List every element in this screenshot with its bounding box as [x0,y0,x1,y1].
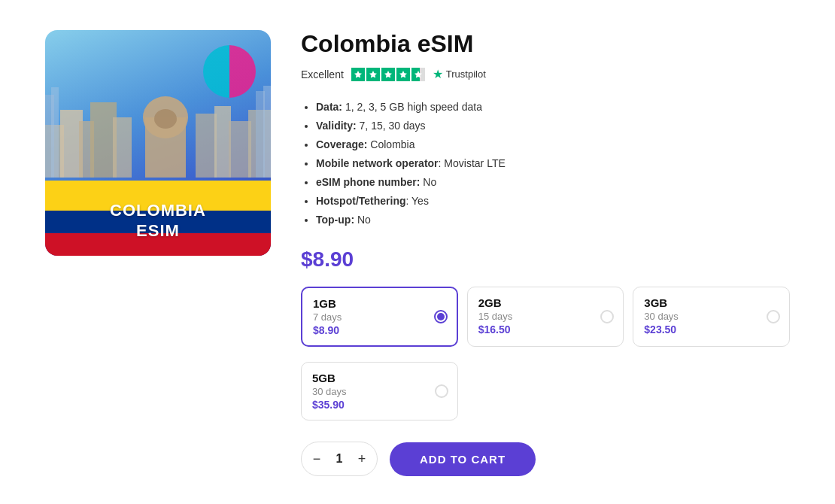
plan-5gb-radio [435,384,448,398]
star-4 [396,68,410,81]
star-5-half [411,68,425,81]
trustpilot-star-icon: ★ [433,67,443,81]
plan-3gb[interactable]: 3GB 30 days $23.50 [633,287,790,347]
plan-1gb-radio [434,310,448,323]
qty-value: 1 [329,452,350,466]
plan-1gb-price: $8.90 [313,324,446,336]
plan-row-2: 5GB 30 days $35.90 [301,362,790,421]
trustpilot-row: Excellent ★ Trustp [301,67,790,81]
city-skyline [45,80,271,181]
excellent-label: Excellent [301,68,344,80]
feature-data: Data: 1, 2, 3, 5 GB high speed data [316,99,790,115]
plan-3gb-price: $23.50 [644,323,779,335]
feature-esim-number: eSIM phone number: No [316,175,790,190]
image-label: COLOMBIA ESIM [45,201,271,241]
plan-2gb-radio [600,310,614,323]
svg-rect-4 [113,117,132,178]
plan-5gb-name: 5GB [312,372,447,384]
qty-minus-button[interactable]: − [305,447,329,471]
plan-grid: 1GB 7 days $8.90 2GB 15 days $16.50 3GB … [301,287,790,347]
plan-5gb[interactable]: 5GB 30 days $35.90 [301,362,458,421]
star-1 [351,68,365,81]
trustpilot-label: Trustpilot [446,68,486,80]
svg-rect-15 [263,86,271,178]
svg-rect-10 [229,121,251,178]
feature-validity: Validity: 7, 15, 30 days [316,118,790,134]
feature-hotspot: Hotspot/Tethering: Yes [316,193,790,209]
plan-2gb[interactable]: 2GB 15 days $16.50 [467,287,624,347]
star-3 [381,68,395,81]
product-info: Colombia eSIM Excellent [301,30,790,476]
add-to-cart-button[interactable]: ADD TO CART [390,442,536,476]
plan-2gb-price: $16.50 [478,323,613,335]
product-title: Colombia eSIM [301,30,790,58]
plan-3gb-radio [767,310,780,323]
svg-rect-8 [196,114,217,178]
star-2 [366,68,380,81]
qty-plus-button[interactable]: + [350,447,374,471]
trustpilot-logo: ★ Trustpilot [433,67,486,81]
plan-5gb-days: 30 days [312,386,447,397]
plan-2gb-days: 15 days [478,311,613,322]
product-image: COLOMBIA ESIM [45,30,271,256]
svg-rect-3 [90,102,117,178]
plan-2gb-name: 2GB [478,296,613,309]
features-list: Data: 1, 2, 3, 5 GB high speed data Vali… [301,99,790,228]
add-to-cart-row: − 1 + ADD TO CART [301,442,790,476]
plan-1gb-name: 1GB [313,297,446,310]
price-display: $8.90 [301,247,790,272]
image-background: COLOMBIA ESIM [45,30,271,256]
plan-5gb-price: $35.90 [312,399,447,411]
svg-rect-9 [214,106,231,178]
radio-dot-inner [437,313,445,320]
plan-3gb-name: 3GB [644,296,779,309]
plan-3gb-days: 30 days [644,311,779,322]
product-container: COLOMBIA ESIM Colombia eSIM Excellent [0,0,835,504]
feature-coverage: Coverage: Colombia [316,137,790,153]
svg-point-7 [154,109,177,129]
feature-network: Mobile network operator: Movistar LTE [316,156,790,172]
feature-topup: Top-up: No [316,212,790,228]
stars-container [351,68,425,81]
quantity-control: − 1 + [301,442,378,476]
plan-1gb[interactable]: 1GB 7 days $8.90 [301,287,458,347]
svg-rect-13 [51,87,59,178]
plan-1gb-days: 7 days [313,311,446,323]
